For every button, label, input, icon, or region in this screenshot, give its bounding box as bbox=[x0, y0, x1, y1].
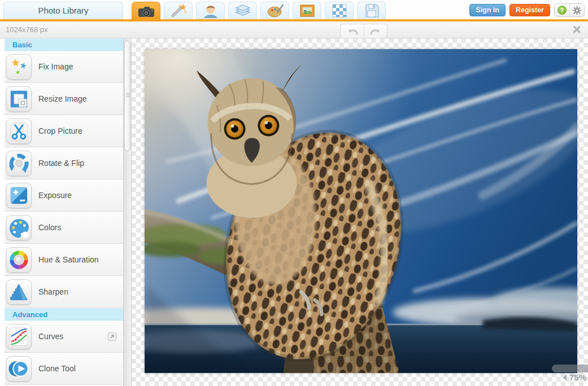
redo-icon bbox=[369, 26, 382, 36]
sign-in-button[interactable]: Sign In bbox=[469, 4, 506, 16]
portrait-icon bbox=[201, 3, 220, 18]
section-header-basic: Basic bbox=[5, 38, 123, 51]
clone-icon bbox=[6, 356, 32, 381]
image-dimensions: 1024x768 px bbox=[6, 25, 47, 34]
fix-stars-icon bbox=[6, 54, 32, 80]
tab-magic-wand[interactable] bbox=[164, 2, 193, 19]
tool-item-sharpen[interactable]: Sharpen bbox=[5, 276, 123, 308]
status-bar: 1024x768 px × bbox=[0, 21, 588, 38]
scrollbar-grip-icon bbox=[126, 93, 130, 98]
undo-icon bbox=[346, 26, 359, 36]
tool-item-exposure[interactable]: Exposure bbox=[5, 179, 123, 212]
tool-label: Clone Tool bbox=[38, 364, 76, 373]
tab-save[interactable] bbox=[357, 2, 386, 19]
tool-item-crop-picture[interactable]: Crop Picture bbox=[5, 115, 123, 147]
hue-ring-icon bbox=[6, 247, 32, 273]
tab-collage[interactable] bbox=[228, 2, 257, 19]
zoom-slider[interactable] bbox=[552, 365, 588, 372]
corner-arrow-badge-icon bbox=[108, 332, 116, 341]
tool-label: Exposure bbox=[38, 191, 72, 200]
tool-label: Resize Image bbox=[38, 94, 87, 103]
rotate-icon bbox=[6, 151, 32, 176]
colors-palette-icon bbox=[6, 215, 32, 240]
tool-label: Rotate & Flip bbox=[38, 159, 84, 168]
tools-sidebar: BasicFix ImageResize ImageCrop PictureRo… bbox=[0, 38, 123, 386]
undo-button[interactable] bbox=[341, 24, 364, 38]
zoom-control[interactable]: 75% bbox=[563, 372, 586, 382]
help-button[interactable]: ? bbox=[555, 4, 569, 16]
resize-icon bbox=[6, 86, 32, 112]
tool-item-fix-image[interactable]: Fix Image bbox=[5, 51, 123, 83]
painter-icon bbox=[265, 3, 285, 18]
question-icon: ? bbox=[557, 6, 567, 15]
crop-scissors-icon bbox=[6, 119, 32, 144]
tool-item-curves[interactable]: Curves bbox=[5, 321, 123, 353]
accent-bar bbox=[0, 19, 588, 21]
sharpen-icon bbox=[6, 279, 32, 305]
tool-label: Crop Picture bbox=[38, 126, 82, 135]
save-icon bbox=[362, 3, 381, 18]
tool-item-hue-saturation[interactable]: Hue & Saturation bbox=[5, 244, 123, 276]
gear-icon bbox=[572, 6, 582, 15]
tab-painter[interactable] bbox=[260, 2, 289, 19]
curves-icon bbox=[6, 324, 32, 349]
collage-icon bbox=[233, 3, 252, 18]
tool-item-colors[interactable]: Colors bbox=[5, 212, 123, 244]
sidebar-scrollbar[interactable] bbox=[123, 38, 132, 386]
close-button[interactable]: × bbox=[570, 21, 583, 38]
texture-icon bbox=[330, 3, 349, 18]
tool-label: Hue & Saturation bbox=[38, 255, 99, 264]
tool-label: Colors bbox=[38, 223, 61, 232]
tool-item-rotate-flip[interactable]: Rotate & Flip bbox=[5, 147, 123, 179]
settings-button[interactable] bbox=[569, 4, 585, 16]
tool-item-resize-image[interactable]: Resize Image bbox=[5, 83, 123, 115]
exposure-icon bbox=[6, 183, 32, 208]
tab-portrait[interactable] bbox=[196, 2, 225, 19]
zoom-level: 75% bbox=[569, 372, 586, 382]
zoom-arrow-icon bbox=[563, 375, 567, 380]
camera-icon bbox=[137, 5, 156, 19]
photo-library-label: Photo Library bbox=[38, 6, 88, 15]
tool-label: Curves bbox=[38, 332, 63, 341]
tab-camera[interactable] bbox=[132, 2, 160, 21]
tool-item-clone-tool[interactable]: Clone Tool bbox=[5, 353, 123, 385]
tab-frame[interactable] bbox=[293, 2, 321, 19]
redo-button[interactable] bbox=[364, 24, 387, 38]
scrollbar-thumb[interactable] bbox=[124, 41, 130, 151]
photo-owl[interactable] bbox=[145, 49, 577, 373]
tool-label: Fix Image bbox=[38, 62, 73, 71]
section-header-advanced: Advanced bbox=[5, 308, 123, 321]
tool-label: Sharpen bbox=[38, 287, 68, 296]
history-controls bbox=[340, 24, 387, 38]
top-bar: Photo Library Sign In Register ? bbox=[0, 0, 588, 21]
auth-controls: Sign In Register ? bbox=[469, 3, 585, 17]
register-button[interactable]: Register bbox=[509, 4, 550, 16]
tab-texture[interactable] bbox=[325, 2, 354, 19]
help-settings-group: ? bbox=[554, 3, 585, 17]
tool-tabs bbox=[132, 2, 386, 21]
frame-icon bbox=[298, 3, 317, 18]
tab-photo-library[interactable]: Photo Library bbox=[3, 2, 123, 19]
magic-wand-icon bbox=[169, 3, 188, 18]
canvas-area[interactable]: 75% bbox=[132, 38, 588, 386]
